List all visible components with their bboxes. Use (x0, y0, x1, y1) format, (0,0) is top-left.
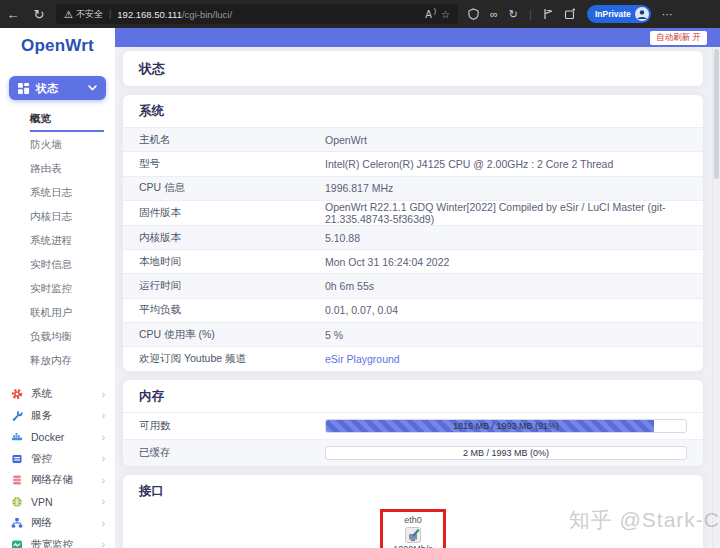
openwrt-logo[interactable]: OpenWrt (0, 36, 115, 56)
shield-extension-icon[interactable] (468, 8, 479, 20)
table-row-youtube: 欢迎订阅 Youtube 频道 eSir Playground (123, 346, 703, 370)
submenu-item-free-memory[interactable]: 释放内存 (30, 351, 104, 372)
sidebar-group-status[interactable]: 状态 (9, 76, 106, 100)
read-aloud-icon[interactable]: A) (425, 9, 432, 20)
system-card: 系统 主机名 OpenWrt 型号 Intel(R) Celeron(R) J4… (123, 95, 703, 371)
more-menu-icon[interactable]: ⋯ (662, 9, 673, 20)
table-row: 固件版本 OpenWrt R22.1.1 GDQ Winter[2022] Co… (123, 200, 703, 225)
submenu-item-overview[interactable]: 概览 (30, 109, 104, 132)
not-secure-warning-icon: ⚠ (64, 9, 73, 20)
table-row: 本地时间 Mon Oct 31 16:24:04 2022 (123, 249, 703, 273)
device-name: eth0 (393, 515, 433, 525)
device-speed: 1000Mb/s (393, 544, 433, 548)
address-bar[interactable]: ⚠ 不安全 | 192.168.50.111 /cgi-bin/luci/ A)… (56, 4, 458, 24)
memory-card-title: 内存 (123, 380, 703, 412)
header-band (115, 28, 720, 47)
status-submenu: 概览 防火墙 路由表 系统日志 内核日志 系统进程 实时信息 实时监控 联机用户… (30, 109, 115, 372)
sidebar-item-docker[interactable]: Docker › (10, 427, 115, 449)
table-row: 内核版本 5.10.88 (123, 225, 703, 249)
table-row: 平均负载 0.01, 0.07, 0.04 (123, 298, 703, 322)
chevron-right-icon: › (102, 539, 105, 548)
inprivate-badge[interactable]: InPrivate (587, 5, 651, 23)
page-title: 状态 (139, 61, 165, 76)
scrollbar-track[interactable] (712, 47, 720, 548)
chevron-down-icon (88, 85, 97, 91)
table-row-available-memory: 可用数 1816 MB / 1993 MB (91%) (123, 412, 703, 439)
refresh-icon[interactable]: ↻ (26, 7, 52, 22)
system-table: 主机名 OpenWrt 型号 Intel(R) Celeron(R) J4125… (123, 127, 703, 371)
security-label[interactable]: 不安全 (76, 8, 103, 21)
collections-icon[interactable] (564, 8, 576, 20)
table-row: CPU 使用率 (%) 5 % (123, 322, 703, 346)
sidebar-item-control[interactable]: 管控 › (10, 448, 115, 470)
toolbar-divider: | (529, 8, 532, 20)
submenu-item-routes[interactable]: 路由表 (30, 159, 104, 180)
sidebar-item-system[interactable]: 系统 › (10, 384, 115, 406)
network-sitemap-icon (10, 517, 23, 530)
main-area: 自动刷新 开 状态 系统 主机名 OpenWrt 型号 Intel(R) Cel… (115, 28, 720, 548)
flag-extension-icon[interactable] (543, 8, 553, 20)
chevron-right-icon: › (102, 389, 105, 400)
interface-card-title: 接口 (123, 475, 703, 507)
submenu-item-realtime-monitor[interactable]: 实时监控 (30, 279, 104, 300)
back-icon[interactable]: ← (0, 7, 26, 22)
interface-body: eth0 1000Mb/s 全双工 (123, 507, 703, 548)
sidebar: OpenWrt 状态 概览 防火墙 路由表 系统日志 内核日志 系统进程 实时信… (0, 28, 115, 548)
table-row: 型号 Intel(R) Celeron(R) J4125 CPU @ 2.00G… (123, 151, 703, 175)
control-panel-icon (10, 452, 23, 465)
memory-cached-progressbar: 2 MB / 1993 MB (0%) (325, 446, 687, 460)
browser-toolbar: ← ↻ ⚠ 不安全 | 192.168.50.111 /cgi-bin/luci… (0, 0, 720, 28)
ethernet-port-icon (405, 527, 421, 543)
sidebar-item-bandwidth-monitor[interactable]: 带宽监控 › (10, 534, 115, 548)
sidebar-item-vpn[interactable]: VPN › (10, 491, 115, 513)
scrollbar-thumb[interactable] (714, 49, 719, 179)
sidebar-item-network[interactable]: 网络 › (10, 513, 115, 535)
system-card-title: 系统 (123, 95, 703, 127)
chevron-right-icon: › (102, 518, 105, 529)
wrench-icon (10, 409, 23, 422)
url-host[interactable]: 192.168.50.111 (117, 9, 182, 20)
address-divider: | (109, 9, 111, 19)
memory-card: 内存 可用数 1816 MB / 1993 MB (91%) 已缓存 2 MB … (123, 380, 703, 466)
content: 状态 系统 主机名 OpenWrt 型号 Intel(R) Celeron(R)… (115, 47, 712, 548)
sidebar-groups: 系统 › 服务 › Docker › 管控 › (10, 384, 115, 548)
auto-refresh-toggle[interactable]: 自动刷新 开 (650, 31, 707, 45)
docker-whale-icon (10, 431, 23, 444)
submenu-item-system-log[interactable]: 系统日志 (30, 183, 104, 204)
globe-icon (10, 495, 23, 508)
chevron-right-icon: › (102, 432, 105, 443)
submenu-item-realtime-info[interactable]: 实时信息 (30, 255, 104, 276)
status-group-label: 状态 (36, 81, 58, 96)
url-path[interactable]: /cgi-bin/luci/ (182, 9, 232, 20)
infinity-extension-icon[interactable]: ∞ (490, 9, 498, 20)
rotate-extension-icon[interactable]: ↻ (509, 9, 518, 20)
profile-avatar[interactable] (635, 7, 649, 21)
submenu-item-kernel-log[interactable]: 内核日志 (30, 207, 104, 228)
page-title-card: 状态 (123, 51, 703, 86)
table-row-cached-memory: 已缓存 2 MB / 1993 MB (0%) (123, 439, 703, 466)
favorite-star-icon[interactable]: ☆ (441, 9, 450, 20)
table-row: CPU 信息 1996.817 MHz (123, 176, 703, 200)
inprivate-label: InPrivate (595, 9, 631, 19)
interface-card: 接口 eth0 1000Mb/s 全双工 (123, 475, 703, 548)
table-row: 运行时间 0h 6m 55s (123, 273, 703, 297)
bandwidth-monitor-icon (10, 538, 23, 548)
eth0-device-box[interactable]: eth0 1000Mb/s 全双工 (380, 509, 446, 548)
chevron-right-icon: › (102, 410, 105, 421)
memory-available-progressbar: 1816 MB / 1993 MB (91%) (325, 419, 687, 433)
submenu-item-firewall[interactable]: 防火墙 (30, 135, 104, 156)
storage-database-icon (10, 474, 23, 487)
sidebar-item-services[interactable]: 服务 › (10, 405, 115, 427)
submenu-item-load-balancing[interactable]: 负载均衡 (30, 327, 104, 348)
extension-toolbar: ∞ ↻ | InPrivate ⋯ (468, 5, 673, 23)
esir-playground-link[interactable]: eSir Playground (325, 353, 400, 365)
submenu-item-online-users[interactable]: 联机用户 (30, 303, 104, 324)
chevron-right-icon: › (102, 453, 105, 464)
sidebar-item-network-storage[interactable]: 网络存储 › (10, 470, 115, 492)
chevron-right-icon: › (102, 475, 105, 486)
chevron-right-icon: › (102, 496, 105, 507)
memory-table: 可用数 1816 MB / 1993 MB (91%) 已缓存 2 MB / 1… (123, 412, 703, 466)
gear-icon (10, 388, 23, 401)
submenu-item-processes[interactable]: 系统进程 (30, 231, 104, 252)
dashboard-grid-icon (18, 83, 29, 94)
